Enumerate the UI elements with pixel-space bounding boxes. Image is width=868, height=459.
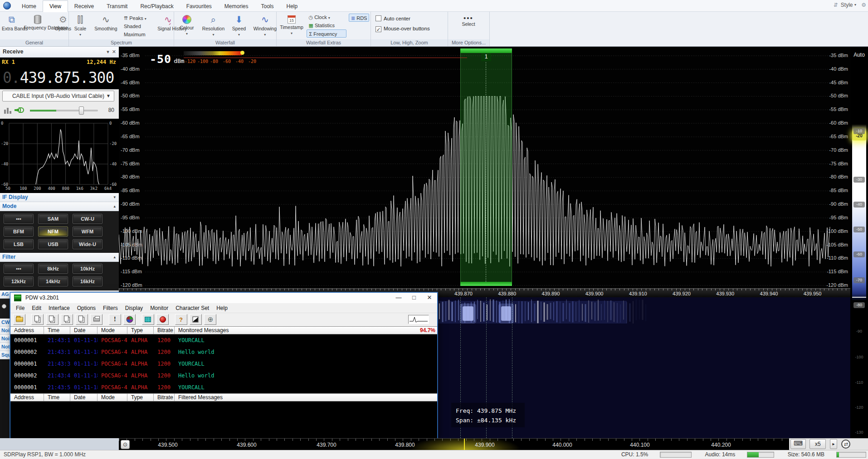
mode-button-usb[interactable]: USB <box>38 239 68 249</box>
column-header-time[interactable]: Time <box>44 394 70 401</box>
filter-passband[interactable]: 1 <box>460 47 512 288</box>
range-lower-limit[interactable] <box>852 297 866 298</box>
alert-button[interactable]: ! <box>109 314 121 325</box>
amplitude-colour-legend[interactable] <box>184 51 242 55</box>
gear-icon[interactable]: ⚙ <box>861 2 866 8</box>
pdw-menu-filters[interactable]: Filters <box>99 303 122 313</box>
frequency-display[interactable]: 0.439.875.300 <box>0 67 119 89</box>
section-if-display[interactable]: IF Display▾ <box>0 193 119 202</box>
auto-range-button[interactable]: Auto <box>850 50 868 59</box>
filter-button-14khz[interactable]: 14kHz <box>38 276 68 286</box>
passband-bottom-handle[interactable] <box>460 282 512 286</box>
pdw-menu-interface[interactable]: Interface <box>45 303 73 313</box>
mode-button-wfm[interactable]: WFM <box>73 227 102 237</box>
extra-bands-button[interactable]: ⧉Extra Bands <box>2 13 22 31</box>
column-header-messages[interactable]: Filtered Messages <box>175 394 429 401</box>
column-header-mode[interactable]: Mode <box>98 394 127 401</box>
close-icon[interactable]: ✕ <box>112 49 116 54</box>
maximize-button[interactable]: □ <box>406 293 422 303</box>
statistics-button[interactable] <box>123 314 136 325</box>
column-header-messages[interactable]: Monitored Messages <box>175 327 429 334</box>
zoom-more-button[interactable]: ▸ <box>830 439 837 449</box>
select-button[interactable]: •••Select <box>448 12 489 27</box>
band-navigation-bar[interactable]: 439.500439.600439.700439.800439.900440.0… <box>119 438 789 450</box>
colour-button[interactable]: Colour▾ <box>176 13 198 37</box>
mode-button-wideu[interactable]: Wide-U <box>73 239 102 249</box>
network-button[interactable]: ⊕ <box>204 314 216 325</box>
tab-memories[interactable]: Memories <box>218 1 255 12</box>
tab-receive[interactable]: Receive <box>68 1 100 12</box>
table-row[interactable]: 000000121:43:3901-11-18POCSAG-4ALPHA1200… <box>10 358 437 370</box>
timestamp-button[interactable]: 15Timestamp▾ <box>278 13 305 36</box>
invert-button[interactable] <box>190 314 202 325</box>
print-button[interactable] <box>90 314 102 325</box>
mode-button-[interactable]: ••• <box>4 214 34 224</box>
pdw-menu-options[interactable]: Options <box>73 303 99 313</box>
volume-slider-thumb[interactable] <box>79 106 84 115</box>
filter-button-10khz[interactable]: 10kHz <box>73 264 102 274</box>
column-header-type[interactable]: Type <box>127 327 154 334</box>
resolution-button[interactable]: ⌕Resolution▾ <box>200 13 227 38</box>
pdw-menu-character-set[interactable]: Character Set <box>172 303 213 313</box>
column-header-time[interactable]: Time <box>44 327 70 334</box>
speed-button[interactable]: ⬇Speed▾ <box>229 13 249 38</box>
style-button[interactable]: Style ▾ <box>841 1 856 8</box>
passband-top-handle[interactable] <box>460 48 512 53</box>
receive-panel-header[interactable]: Receive ▾ ✕ <box>0 47 119 58</box>
keyboard-button[interactable]: ⌨ <box>790 439 806 449</box>
column-header-bitrate[interactable]: Bitrate <box>154 394 175 401</box>
open-button[interactable] <box>13 314 25 325</box>
pdw-menu-display[interactable]: Display <box>122 303 146 313</box>
zoom-level-button[interactable]: x5 <box>809 439 826 449</box>
auto-center-checkbox[interactable]: Auto center <box>371 14 448 24</box>
tab-view[interactable]: View <box>43 0 68 12</box>
tab-help[interactable]: Help <box>280 1 304 12</box>
pdw-titlebar[interactable]: PDW v3.2b01 — □ ✕ <box>10 293 437 303</box>
tab-tools[interactable]: Tools <box>255 1 280 12</box>
amplitude-range-slider[interactable]: -20 -10-30-40-50-60-70-80-90-100-110-120… <box>852 65 866 436</box>
power-button[interactable]: ⊙ <box>121 440 130 449</box>
radio-button-icon[interactable] <box>2 304 6 309</box>
tab-rec-playback[interactable]: Rec/Playback <box>134 1 180 12</box>
filter-button-[interactable]: ••• <box>4 264 34 274</box>
save-button[interactable] <box>76 314 88 325</box>
pdw-menu-file[interactable]: File <box>12 303 28 313</box>
frequency-toggle[interactable]: Σ Frequency <box>307 29 346 38</box>
column-header-address[interactable]: Address <box>10 394 44 401</box>
column-header-bitrate[interactable]: Bitrate <box>154 327 175 334</box>
column-header-address[interactable]: Address <box>10 327 44 334</box>
table-row[interactable]: 000000121:43:5901-11-18POCSAG-4ALPHA1200… <box>10 382 437 393</box>
pan-button[interactable]: ⇄ <box>841 440 850 449</box>
filter-button-8khz[interactable]: 8kHz <box>38 264 68 274</box>
close-button[interactable]: ✕ <box>422 293 437 303</box>
pdw-menu-help[interactable]: Help <box>213 303 231 313</box>
speaker-icon[interactable] <box>15 106 23 114</box>
mode-button-bfm[interactable]: BFM <box>4 227 34 237</box>
copy-button[interactable] <box>31 314 44 325</box>
column-header-type[interactable]: Type <box>127 394 154 401</box>
maximum-button[interactable]: Maximum <box>122 30 156 39</box>
peaks-button[interactable]: ⇈ Peaks ▾ <box>122 14 156 22</box>
rx-marker[interactable]: 1 <box>481 53 491 61</box>
table-row[interactable]: 000000121:43:1401-11-18POCSAG-4ALPHA1200… <box>10 334 437 346</box>
tab-favourites[interactable]: Favourites <box>180 1 218 12</box>
column-header-date[interactable]: Date <box>70 394 98 401</box>
paste-button[interactable] <box>61 314 73 325</box>
section-mode[interactable]: Mode▴ <box>0 202 119 211</box>
filtered-messages-header[interactable]: AddressTimeDateModeTypeBitrateFiltered M… <box>10 393 437 401</box>
mode-button-lsb[interactable]: LSB <box>4 239 34 249</box>
volume-slider[interactable] <box>30 110 98 111</box>
mode-button-cwu[interactable]: CW-U <box>73 214 102 224</box>
pdw-menu-edit[interactable]: Edit <box>28 303 45 313</box>
help-button[interactable]: ? <box>175 314 187 325</box>
audio-device-select[interactable]: CABLE Input (VB-Audio Virtual Cable)▼ <box>2 91 114 101</box>
record-button[interactable] <box>156 314 169 325</box>
app-menu-button[interactable] <box>3 2 11 10</box>
minimize-button[interactable]: — <box>391 293 406 303</box>
section-filter[interactable]: Filter▴ <box>0 253 119 262</box>
copy-alt-button[interactable] <box>46 314 59 325</box>
mode-button-nfm[interactable]: NFM <box>38 227 68 237</box>
mouse-over-buttons-checkbox[interactable]: ✓Mouse-over buttons <box>371 24 448 34</box>
clock-button[interactable]: ◷ Clock ▾ <box>307 13 346 21</box>
smoothing-button[interactable]: ∿Smoothing <box>92 13 120 31</box>
